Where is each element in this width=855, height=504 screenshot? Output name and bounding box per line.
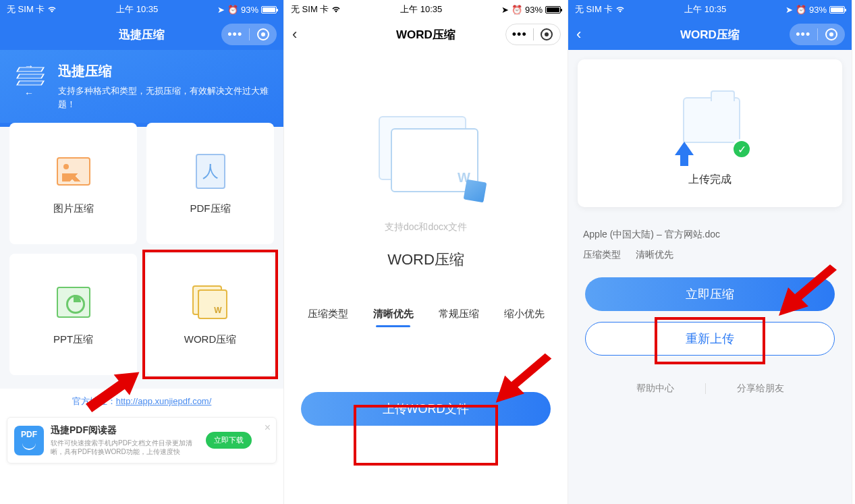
tool-grid: 图片压缩 PDF压缩 PPT压缩 W WORD压缩 <box>0 123 283 389</box>
status-bar: 无 SIM 卡 上午 10:35 ➤ ⏰ 93% <box>0 0 283 19</box>
official-url[interactable]: http://app.xunjiepdf.com/ <box>116 396 212 406</box>
carrier-text: 无 SIM 卡 <box>7 3 45 16</box>
battery-icon <box>829 6 845 13</box>
download-button[interactable]: 立即下载 <box>206 432 252 449</box>
close-target-icon[interactable] <box>250 28 277 40</box>
close-target-icon[interactable] <box>534 28 561 40</box>
support-text: 支持doc和docx文件 <box>284 221 568 233</box>
battery-icon <box>261 6 277 13</box>
tab-smallest[interactable]: 缩小优先 <box>503 304 546 325</box>
screen-word-ready: 无 SIM 卡 上午 10:35 ➤ ⏰ 93% ‹ WORD压缩 ••• ✓ … <box>568 0 852 504</box>
page-title: 迅捷压缩 <box>119 27 165 43</box>
tab-clarity[interactable]: 清晰优先 <box>372 304 415 325</box>
section-title: WORD压缩 <box>284 250 568 270</box>
hero-banner: → ← 迅捷压缩 支持多种格式和类型，无损压缩，有效解决文件过大难题！ <box>0 50 283 128</box>
compress-type-tabs: 压缩类型 清晰优先 常规压缩 缩小优先 <box>284 304 568 325</box>
alarm-icon: ⏰ <box>796 5 806 15</box>
card-label: 图片压缩 <box>53 202 94 215</box>
nav-bar: 迅捷压缩 ••• <box>0 19 283 50</box>
file-name: Apple (中国大陆) – 官方网站.doc <box>568 217 852 244</box>
compress-now-button[interactable]: 立即压缩 <box>585 277 835 311</box>
upload-status-text: 上传完成 <box>578 173 842 187</box>
status-bar: 无 SIM 卡 上午 10:35 ➤ ⏰ 93% <box>568 0 852 19</box>
card-pdf-compress[interactable]: PDF压缩 <box>146 123 274 244</box>
back-icon[interactable]: ‹ <box>576 26 581 43</box>
tab-normal[interactable]: 常规压缩 <box>437 304 480 325</box>
layers-icon: → ← <box>15 62 47 94</box>
upload-complete-icon: ✓ <box>669 86 750 161</box>
upload-word-button[interactable]: 上传WORD文件 <box>301 392 551 426</box>
check-icon: ✓ <box>732 139 752 159</box>
wifi-icon <box>47 6 57 13</box>
promo-banner: 迅捷PDF阅读器 软件可快速搜索手机内PDF文档文件目录更加清晰，具有PDF转换… <box>7 417 277 464</box>
pdf-app-icon <box>14 426 44 455</box>
tab-label: 压缩类型 <box>306 304 350 325</box>
more-icon[interactable]: ••• <box>221 28 249 42</box>
official-link-row: 官方地址：http://app.xunjiepdf.com/ <box>0 389 283 417</box>
card-label: PDF压缩 <box>190 202 231 215</box>
battery-pct: 93% <box>525 5 543 15</box>
card-label: PPT压缩 <box>53 333 93 346</box>
capsule-menu[interactable]: ••• <box>505 24 561 45</box>
page-title: WORD压缩 <box>680 27 740 43</box>
nav-bar: ‹ WORD压缩 ••• <box>284 19 568 50</box>
word-illustration <box>365 111 487 212</box>
more-icon[interactable]: ••• <box>506 28 533 42</box>
close-icon[interactable]: × <box>265 422 271 434</box>
clock-text: 上午 10:35 <box>116 3 158 16</box>
page-title: WORD压缩 <box>396 27 456 43</box>
more-icon[interactable]: ••• <box>790 28 817 42</box>
nav-arrow-icon: ➤ <box>217 5 225 15</box>
card-ppt-compress[interactable]: PPT压缩 <box>9 254 137 375</box>
footer-links: 帮助中心 分享给朋友 <box>568 383 852 395</box>
nav-bar: ‹ WORD压缩 ••• <box>568 19 852 50</box>
clock-text: 上午 10:35 <box>684 3 726 16</box>
screen-home: 无 SIM 卡 上午 10:35 ➤ ⏰ 93% 迅捷压缩 ••• → ← 迅捷… <box>0 0 284 504</box>
screen-word-upload: 无 SIM 卡 上午 10:35 ➤ ⏰ 93% ‹ WORD压缩 ••• 支持… <box>284 0 568 504</box>
carrier-text: 无 SIM 卡 <box>575 3 613 16</box>
ppt-icon <box>57 287 90 318</box>
image-icon <box>57 157 90 186</box>
battery-pct: 93% <box>241 5 258 15</box>
card-image-compress[interactable]: 图片压缩 <box>9 123 137 244</box>
type-value: 清晰优先 <box>636 249 673 261</box>
share-link[interactable]: 分享给朋友 <box>706 383 815 395</box>
hero-desc: 支持多种格式和类型，无损压缩，有效解决文件过大难题！ <box>58 84 269 111</box>
banner-sub: 软件可快速搜索手机内PDF文档文件目录更加清晰，具有PDF转换WORD功能，上传… <box>51 439 199 456</box>
type-label: 压缩类型 <box>583 249 621 261</box>
clock-text: 上午 10:35 <box>400 3 442 16</box>
status-bar: 无 SIM 卡 上午 10:35 ➤ ⏰ 93% <box>284 0 568 19</box>
official-label: 官方地址： <box>72 396 116 406</box>
nav-arrow-icon: ➤ <box>785 5 793 15</box>
banner-title: 迅捷PDF阅读器 <box>51 424 199 437</box>
compress-type-row: 压缩类型 清晰优先 <box>568 244 852 277</box>
word-icon: W <box>192 285 229 319</box>
carrier-text: 无 SIM 卡 <box>291 3 329 16</box>
close-target-icon[interactable] <box>818 28 846 40</box>
upload-status-card: ✓ 上传完成 <box>578 59 842 207</box>
hero-title: 迅捷压缩 <box>58 62 269 80</box>
alarm-icon: ⏰ <box>227 5 238 15</box>
reupload-button[interactable]: 重新上传 <box>585 322 835 356</box>
help-link[interactable]: 帮助中心 <box>605 383 705 395</box>
wifi-icon <box>615 6 625 13</box>
back-icon[interactable]: ‹ <box>292 26 297 43</box>
capsule-menu[interactable]: ••• <box>790 24 845 45</box>
card-word-compress[interactable]: W WORD压缩 <box>146 254 274 375</box>
card-label: WORD压缩 <box>184 333 237 346</box>
alarm-icon: ⏰ <box>512 5 522 15</box>
battery-pct: 93% <box>809 5 827 15</box>
battery-icon <box>545 6 561 13</box>
nav-arrow-icon: ➤ <box>501 5 509 15</box>
pdf-icon <box>196 154 225 189</box>
capsule-menu[interactable]: ••• <box>221 24 277 45</box>
wifi-icon <box>331 6 341 13</box>
